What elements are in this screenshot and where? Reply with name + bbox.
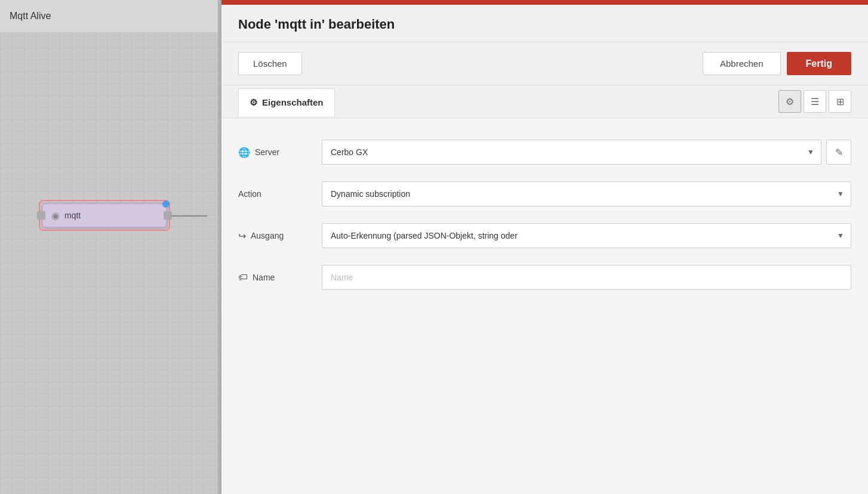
- node-connection-dot: [162, 200, 170, 208]
- node-label: mqtt: [64, 211, 81, 220]
- tab-bar: ⚙ Eigenschaften ⚙ ☰ ⊞: [221, 85, 868, 118]
- name-label: 🏷 Name: [238, 272, 310, 283]
- description-icon: ☰: [811, 96, 819, 107]
- top-bar: [221, 0, 868, 5]
- server-edit-button[interactable]: ✎: [826, 140, 851, 165]
- tab-properties[interactable]: ⚙ Eigenschaften: [238, 88, 335, 116]
- canvas-panel: Mqtt Alive ◉ mqtt: [0, 0, 218, 494]
- mqtt-node[interactable]: ◉ mqtt: [42, 203, 167, 228]
- editor-panel: Node 'mqtt in' bearbeiten Löschen Abbrec…: [221, 0, 868, 494]
- action-control-group: Dynamic subscription ▼: [322, 181, 851, 206]
- server-select[interactable]: Cerbo GX: [322, 140, 821, 165]
- output-row: ↪ Ausgang Auto-Erkennung (parsed JSON-Ob…: [238, 223, 851, 248]
- cancel-button[interactable]: Abbrechen: [703, 52, 781, 75]
- action-select-wrapper: Dynamic subscription ▼: [322, 181, 851, 206]
- name-input[interactable]: [322, 265, 851, 290]
- output-control-group: Auto-Erkennung (parsed JSON-Objekt, stri…: [322, 223, 851, 248]
- canvas-title: Mqtt Alive: [0, 0, 218, 32]
- editor-actions: Löschen Abbrechen Fertig: [221, 42, 868, 85]
- node-connection-line: [171, 215, 207, 217]
- output-select-wrapper: Auto-Erkennung (parsed JSON-Objekt, stri…: [322, 223, 851, 248]
- name-row: 🏷 Name: [238, 265, 851, 290]
- pencil-icon: ✎: [835, 147, 843, 158]
- output-icon: ↪: [238, 230, 246, 242]
- tab-properties-label: Eigenschaften: [262, 97, 324, 107]
- delete-button[interactable]: Löschen: [238, 52, 302, 75]
- output-select[interactable]: Auto-Erkennung (parsed JSON-Objekt, stri…: [322, 223, 851, 248]
- node-port-left: [37, 211, 45, 220]
- server-select-wrapper: Cerbo GX ▼: [322, 140, 821, 165]
- action-select[interactable]: Dynamic subscription: [322, 181, 851, 206]
- appearance-icon: ⊞: [836, 96, 844, 107]
- gear-icon: ⚙: [250, 97, 257, 108]
- done-button[interactable]: Fertig: [787, 52, 851, 75]
- action-label: Action: [238, 189, 310, 199]
- node-icon: ◉: [51, 210, 60, 221]
- name-control-group: [322, 265, 851, 290]
- editor-title: Node 'mqtt in' bearbeiten: [238, 17, 851, 32]
- tab-description-icon-button[interactable]: ☰: [804, 90, 826, 113]
- settings-icon: ⚙: [786, 96, 794, 107]
- action-right-buttons: Abbrechen Fertig: [703, 52, 851, 75]
- server-row: 🌐 Server Cerbo GX ▼ ✎: [238, 140, 851, 165]
- tab-appearance-icon-button[interactable]: ⊞: [829, 90, 851, 113]
- globe-icon: 🌐: [238, 147, 250, 158]
- server-control-group: Cerbo GX ▼ ✎: [322, 140, 851, 165]
- output-label: ↪ Ausgang: [238, 230, 310, 242]
- node-port-right: [164, 211, 172, 220]
- server-label: 🌐 Server: [238, 147, 310, 158]
- tab-settings-icon-button[interactable]: ⚙: [778, 90, 801, 113]
- form-area: 🌐 Server Cerbo GX ▼ ✎ Action: [221, 118, 868, 494]
- tag-icon: 🏷: [238, 272, 248, 283]
- action-row: Action Dynamic subscription ▼: [238, 181, 851, 206]
- editor-header: Node 'mqtt in' bearbeiten: [221, 5, 868, 42]
